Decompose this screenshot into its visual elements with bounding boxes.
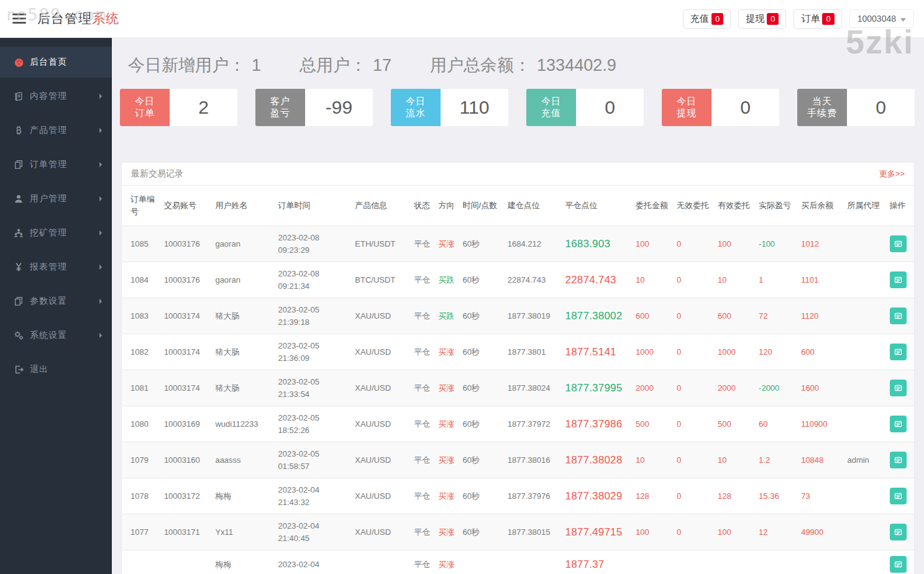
stat-card-today-turnover: 今日流水110 (391, 89, 508, 126)
more-link[interactable]: 更多>> (879, 168, 905, 180)
cell-profit: 60 (755, 406, 797, 442)
bitcoin-icon (14, 125, 30, 135)
cell-name: aaasss (211, 442, 274, 478)
row-detail-button[interactable] (890, 344, 907, 360)
column-header-4: 产品信息 (351, 186, 410, 226)
dashboard-icon (14, 57, 30, 68)
row-detail-button[interactable] (890, 380, 907, 396)
cell-open: 1877.38019 (504, 298, 562, 334)
user-dropdown[interactable]: 10003048 (849, 9, 914, 28)
sidebar-item-report[interactable]: 报表管理 (0, 252, 112, 283)
cell-invalid: 0 (673, 442, 714, 478)
cell-id: 1080 (122, 406, 160, 442)
cell-direction: 买涨 (434, 406, 459, 442)
cell-account: 10003172 (160, 478, 212, 514)
stat-card-today-fee: 当天手续费0 (797, 89, 915, 126)
cell-account: 10003171 (160, 514, 212, 550)
cell-agent (843, 298, 885, 334)
table-row: 108210003174猪大肠2023-02-05 21:36:09XAU/US… (122, 334, 914, 370)
stat-card-today-withdraw: 今日提现0 (662, 89, 779, 126)
cell-time: 2023-02-04 (274, 550, 351, 574)
table-row: 梅梅2023-02-04平仓买涨1877.37 (122, 550, 914, 574)
cell-account: 10003174 (160, 334, 212, 370)
recharge-button[interactable]: 充值0 (683, 9, 731, 29)
cell-time: 2023-02-08 09:23:29 (274, 226, 351, 262)
table-row: 108310003174猪大肠2023-02-05 21:39:18XAU/US… (122, 298, 914, 334)
column-header-6: 方向 (434, 186, 459, 226)
row-detail-button[interactable] (890, 452, 907, 468)
cell-id: 1082 (122, 334, 160, 370)
column-header-10: 委托金额 (632, 186, 673, 226)
cell-agent (843, 334, 885, 370)
cell-direction: 买涨 (434, 442, 459, 478)
page-title-main: 后台管理 (37, 11, 92, 25)
cell-profit: 72 (755, 298, 797, 334)
cell-balance: 73 (797, 478, 843, 514)
sidebar-item-logout[interactable]: 退出 (0, 354, 112, 385)
cell-close: 1683.903 (562, 226, 632, 262)
cell-time: 2023-02-05 18:52:26 (274, 406, 351, 442)
cell-time: 2023-02-05 21:36:09 (274, 334, 351, 370)
withdraw-button[interactable]: 提现0 (738, 9, 786, 29)
cell-time: 2023-02-05 21:39:18 (274, 298, 351, 334)
stat-cards: 今日订单2客户盈亏-99今日流水110今日充值0今日提现0当天手续费0 (120, 89, 915, 126)
cell-valid: 100 (714, 226, 755, 262)
cell-agent: admin (843, 442, 885, 478)
cell-operation (886, 298, 915, 334)
cell-profit: -2000 (755, 370, 797, 406)
cell-close: 1877.37995 (562, 370, 632, 406)
sidebar-item-order[interactable]: 订单管理 (0, 149, 112, 180)
row-detail-button[interactable] (890, 271, 907, 288)
sidebar-item-params[interactable]: 参数设置 (0, 286, 112, 317)
sidebar-item-label: 订单管理 (30, 159, 99, 170)
row-detail-button[interactable] (890, 556, 907, 573)
sidebar-item-home[interactable]: 后台首页 (0, 47, 112, 78)
orders-button[interactable]: 订单0 (794, 9, 841, 29)
cell-status: 平仓 (410, 334, 434, 370)
cell-period: 60秒 (459, 262, 504, 298)
cell-product: ETH/USDT (351, 226, 410, 262)
cell-agent (843, 478, 885, 514)
cell-period: 60秒 (459, 370, 504, 406)
row-detail-button[interactable] (890, 416, 907, 432)
row-detail-button[interactable] (890, 308, 907, 324)
cell-close: 1877.38028 (562, 442, 632, 478)
chevron-right-icon (99, 298, 103, 304)
card-value: 0 (711, 89, 779, 126)
column-header-12: 有效委托 (714, 186, 755, 226)
sidebar-item-user[interactable]: 用户管理 (0, 183, 112, 214)
sidebar-item-mining[interactable]: 挖矿管理 (0, 217, 112, 248)
cell-operation (886, 442, 915, 478)
sidebar-item-product[interactable]: 产品管理 (0, 115, 112, 146)
sidebar-item-label: 参数设置 (30, 296, 99, 307)
card-value: 110 (441, 89, 508, 126)
cell-name: 猪大肠 (211, 370, 274, 406)
row-detail-button[interactable] (890, 235, 907, 252)
cell-valid: 600 (714, 298, 755, 334)
cell-profit: 1 (755, 262, 797, 298)
stat-label: 用户总余额： (430, 56, 531, 75)
pages-icon (14, 296, 30, 306)
users-icon (14, 228, 30, 238)
cell-balance: 10848 (797, 442, 843, 478)
cell-status: 平仓 (410, 226, 434, 262)
stat-label: 总用户： (300, 56, 367, 75)
card-label: 今日订单 (120, 89, 170, 126)
stat-value: 1334402.9 (537, 56, 616, 75)
cell-status: 平仓 (410, 298, 434, 334)
row-detail-button[interactable] (890, 488, 907, 504)
table-row: 107910003160aaasss2023-02-05 01:58:57XAU… (122, 442, 914, 478)
sidebar-item-system[interactable]: 系统设置 (0, 320, 112, 351)
cell-direction: 买涨 (434, 226, 459, 262)
hamburger-menu-icon[interactable] (10, 9, 29, 28)
row-detail-button[interactable] (890, 524, 907, 540)
sidebar-item-content[interactable]: 内容管理 (0, 81, 112, 112)
cell-balance: 1012 (797, 226, 843, 262)
cell-profit: 120 (755, 334, 797, 370)
pages-icon (14, 160, 30, 170)
cell-valid: 128 (714, 478, 755, 514)
sidebar-item-label: 退出 (30, 364, 103, 375)
cell-valid: 2000 (714, 370, 755, 406)
chevron-right-icon (99, 196, 103, 202)
sidebar-item-label: 产品管理 (30, 125, 99, 136)
